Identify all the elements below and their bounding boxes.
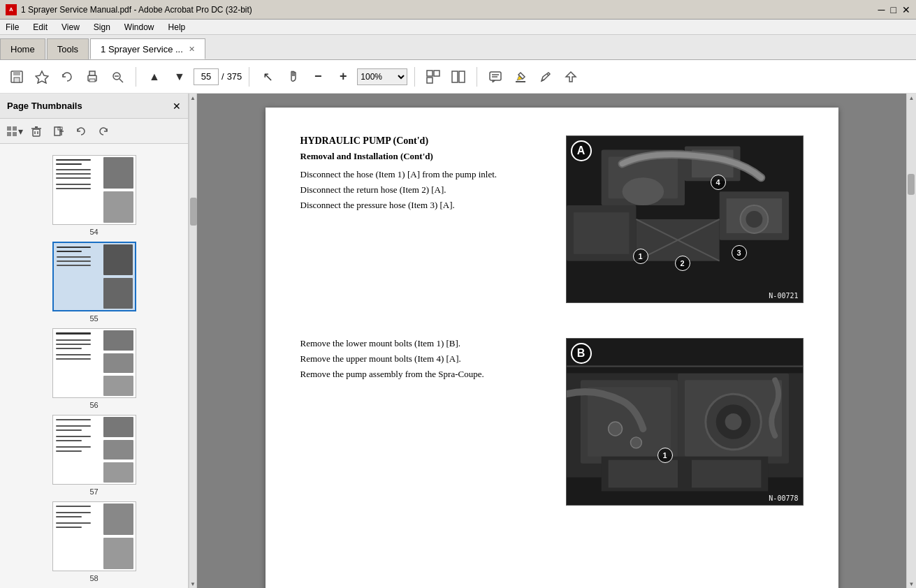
svg-rect-2 [14,78,20,82]
tab-close-icon[interactable]: ✕ [189,45,195,54]
svg-rect-67 [691,460,760,488]
sidebar-title: Page Thumbnails [7,101,82,111]
pdf-content-area[interactable]: HYDRAULIC PUMP (Cont'd) Removal and Inst… [197,94,906,588]
thumbnail-options-button[interactable]: ▾ [4,122,24,141]
image-column-1: 1 2 3 4 A N-00721 [566,135,804,317]
scroll-track[interactable] [189,102,196,580]
print-button[interactable] [81,66,103,88]
thumbnail-54-label: 54 [89,228,98,236]
content-row-2: Remove the lower mount bolts (Item 1) [B… [300,338,804,520]
toolbar-sep-1 [136,67,136,87]
svg-rect-13 [452,71,458,82]
hand-tool-button[interactable] [282,66,304,88]
instruction-2: Disconnect the return hose (Item 2) [A]. [300,184,545,196]
svg-rect-15 [490,72,501,80]
undo-button[interactable] [71,122,91,141]
app-icon: A [6,4,17,15]
two-page-button[interactable] [447,66,470,88]
page-input[interactable]: 55 [194,68,219,85]
callout-a3: 3 [732,245,747,260]
content-scroll-track[interactable] [907,102,916,580]
tab-home[interactable]: Home [0,38,45,59]
thumbnail-56[interactable]: 56 [0,328,188,409]
menu-view[interactable]: View [59,21,82,34]
maximize-btn[interactable]: □ [891,4,896,15]
image-code-a: N-00721 [769,292,798,300]
menu-help[interactable]: Help [166,21,189,34]
minimize-btn[interactable]: ─ [878,4,885,15]
toolbar-sep-4 [477,67,477,87]
thumbnail-panel: 54 [0,144,188,588]
svg-rect-11 [434,71,439,76]
scroll-thumb[interactable] [190,198,197,226]
zoom-out-button[interactable]: − [307,66,329,88]
zoom-in-button[interactable]: + [332,66,354,88]
sidebar-close-button[interactable]: ✕ [173,101,181,112]
thumbnail-56-label: 56 [89,401,98,409]
save-button[interactable] [6,66,28,88]
rotate-button[interactable] [56,66,78,88]
diagram-a: 1 2 3 4 A N-00721 [566,135,804,303]
content-scrollbar[interactable]: ▲ ▼ [906,94,916,588]
bookmark-button[interactable] [31,66,53,88]
svg-rect-24 [13,132,17,136]
share-button[interactable] [560,66,582,88]
prev-page-button[interactable]: ▲ [143,66,166,88]
scroll-up-arrow[interactable]: ▲ [189,94,197,102]
window-title: 1 Sprayer Service Manual.pdf - Adobe Acr… [21,5,252,15]
markup-button[interactable] [535,66,557,88]
zoom-fit-button[interactable] [106,66,129,88]
delete-page-button[interactable] [27,122,46,141]
svg-rect-1 [13,71,20,75]
svg-rect-66 [608,460,677,488]
pdf-page: HYDRAULIC PUMP (Cont'd) Removal and Inst… [266,108,838,588]
sidebar: Page Thumbnails ✕ ▾ [0,94,189,588]
tab-bar: Home Tools 1 Sprayer Service ... ✕ [0,35,916,60]
svg-rect-5 [89,71,95,75]
tab-tools[interactable]: Tools [47,38,89,59]
thumbnail-54[interactable]: 54 [0,155,188,236]
thumbnail-55[interactable]: 55 [0,242,188,323]
menu-bar: File Edit View Sign Window Help [0,20,916,35]
title-bar: A 1 Sprayer Service Manual.pdf - Adobe A… [0,0,916,20]
tab-document[interactable]: 1 Sprayer Service ... ✕ [90,38,205,59]
insert-page-button[interactable] [49,122,68,141]
svg-rect-30 [54,127,60,135]
page-separator: / [221,71,224,82]
svg-rect-14 [459,71,465,82]
content-scroll-down[interactable]: ▼ [908,580,916,588]
menu-file[interactable]: File [3,21,22,34]
select-tool-button[interactable]: ↖ [256,66,279,88]
menu-edit[interactable]: Edit [30,21,50,34]
image-column-2: 1 B N-00778 [566,338,804,520]
menu-window[interactable]: Window [122,21,157,34]
svg-line-19 [547,74,548,75]
svg-point-62 [630,437,641,448]
comment-button[interactable] [484,66,507,88]
fit-page-button[interactable] [422,66,444,88]
instruction-3: Disconnect the pressure hose (Item 3) [A… [300,200,545,211]
toolbar-sep-3 [414,67,415,87]
svg-rect-21 [7,126,11,131]
highlight-button[interactable] [509,66,532,88]
zoom-select[interactable]: 50% 75% 100% 125% 150% 200% [357,68,407,85]
instruction-4: Remove the lower mount bolts (Item 1) [B… [300,338,545,349]
diagram-b: 1 B N-00778 [566,338,804,506]
image-code-b: N-00778 [769,494,798,502]
svg-point-60 [725,413,741,430]
sidebar-scrollbar[interactable]: ▲ ▼ [189,94,197,588]
callout-a4: 4 [711,175,726,190]
thumbnail-58[interactable]: 58 [0,501,188,582]
thumbnail-57[interactable]: 57 [0,415,188,496]
content-scroll-up[interactable]: ▲ [908,94,916,102]
next-page-button[interactable]: ▼ [168,66,191,88]
content-scroll-thumb[interactable] [908,174,915,195]
close-btn[interactable]: ✕ [902,4,910,15]
menu-sign[interactable]: Sign [91,21,113,34]
sidebar-toolbar: ▾ [0,119,188,144]
instruction-5: Remove the upper mount bolts (Item 4) [A… [300,353,545,365]
main-area: Page Thumbnails ✕ ▾ [0,94,916,588]
scroll-down-arrow[interactable]: ▼ [189,580,197,588]
redo-button[interactable] [94,122,113,141]
diagram-b-label: B [571,343,592,364]
